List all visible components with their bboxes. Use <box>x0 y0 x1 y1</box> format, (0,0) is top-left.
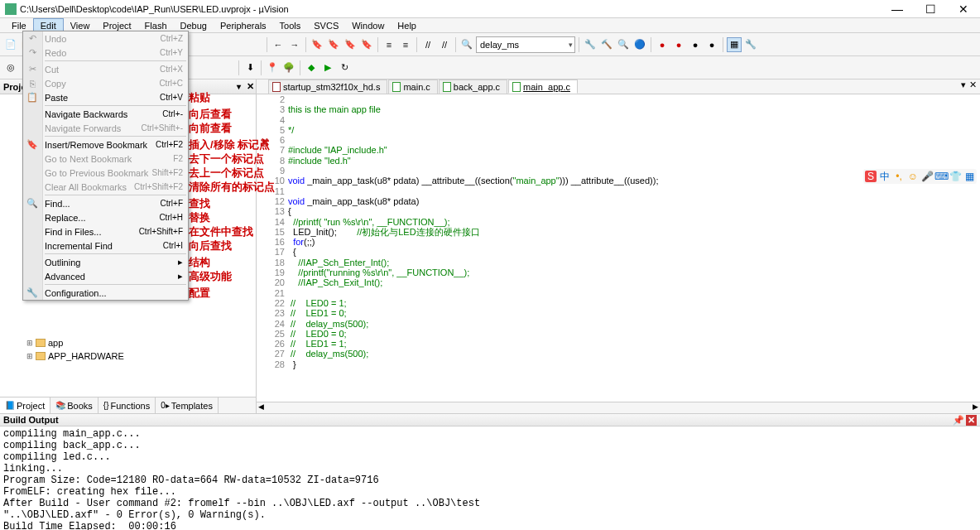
menu-svcs[interactable]: SVCS <box>307 19 345 32</box>
menu-item-replace-[interactable]: Replace...Ctrl+H <box>23 210 188 224</box>
run-icon[interactable]: ▶ <box>320 60 335 75</box>
menu-item-go-to-previous-bookmark: Go to Previous BookmarkShift+F2 <box>23 166 188 180</box>
search-icon[interactable]: 🔍 <box>616 37 631 52</box>
menu-item-outlining[interactable]: Outlining▸ <box>23 255 188 269</box>
code-content[interactable]: this is the main app file*/#include "IAP… <box>288 94 980 402</box>
project-tab-project[interactable]: 📘Project <box>0 398 50 413</box>
ime-toolbox-icon[interactable]: ▦ <box>963 171 975 182</box>
close-panel-icon[interactable]: ✕ <box>247 81 254 92</box>
sogou-icon[interactable]: S <box>865 171 877 182</box>
bookmark-prev-icon[interactable]: 🔖 <box>343 37 358 52</box>
close-build-icon[interactable]: ✕ <box>966 415 977 426</box>
indent-icon[interactable]: ≡ <box>382 37 396 52</box>
ime-lang-icon[interactable]: 中 <box>879 171 891 182</box>
comment-icon[interactable]: // <box>420 37 435 52</box>
menu-item-navigate-forwards: Navigate ForwardsCtrl+Shift+- <box>23 121 188 135</box>
editor-tabs: startup_stm32f10x_hd.smain.cback_app.cma… <box>257 80 980 94</box>
project-tabs: 📘Project📚Books{}Functions0▸Templates <box>0 397 256 413</box>
bookmark-clear-icon[interactable]: 🔖 <box>359 37 374 52</box>
new-icon[interactable]: 📄 <box>3 37 18 52</box>
ime-skin-icon[interactable]: 👕 <box>949 171 961 182</box>
editor-tab[interactable]: startup_stm32f10x_hd.s <box>268 80 387 94</box>
nav-fwd-icon[interactable]: → <box>287 37 302 52</box>
menu-peripherals[interactable]: Peripherals <box>214 19 273 32</box>
project-tab-functions[interactable]: {}Functions <box>98 398 156 413</box>
build-output[interactable]: compiling main_app.c... compiling back_a… <box>0 426 980 530</box>
menu-item-configuration-[interactable]: 🔧Configuration... <box>23 286 188 300</box>
bookmark-next-icon[interactable]: 🔖 <box>326 37 341 52</box>
horizontal-scrollbar[interactable]: ◀ ▶ <box>257 402 980 413</box>
ime-toolbar[interactable]: S 中 •, ☺ 🎤 ⌨ 👕 ▦ <box>863 169 977 184</box>
tab-dropdown-icon[interactable]: ▾ <box>961 80 966 90</box>
ime-keyboard-icon[interactable]: ⌨ <box>935 171 947 182</box>
download-icon[interactable]: ⬇ <box>243 60 257 75</box>
editor-panel: startup_stm32f10x_hd.smain.cback_app.cma… <box>257 80 980 413</box>
tree-item[interactable]: ⊞ app <box>3 336 252 349</box>
ime-emoji-icon[interactable]: ☺ <box>907 171 919 182</box>
editor-tab[interactable]: main_app.c <box>508 80 578 94</box>
tab-close-icon[interactable]: ✕ <box>969 80 977 90</box>
misc1-icon[interactable]: ● <box>688 37 703 52</box>
outdent-icon[interactable]: ≡ <box>398 37 413 52</box>
wrench-icon[interactable]: 🔧 <box>743 37 758 52</box>
menu-item-redo: ↷RedoCtrl+Y <box>23 46 188 60</box>
project-tab-books[interactable]: 📚Books <box>50 398 98 413</box>
reset-icon[interactable]: ↻ <box>337 60 352 75</box>
code-editor[interactable]: 2345678910111213141516171819202122232425… <box>257 94 980 402</box>
menu-item-incremental-find[interactable]: Incremental FindCtrl+I <box>23 238 188 253</box>
menu-item-clear-all-bookmarks: Clear All BookmarksCtrl+Shift+F2 <box>23 180 188 194</box>
menu-item-undo: ↶UndoCtrl+Z <box>23 31 188 46</box>
menu-item-paste[interactable]: 📋PasteCtrl+V <box>23 90 188 104</box>
minimize-button[interactable]: — <box>881 0 914 18</box>
title-bar: C:\Users\Dell\Desktop\code\IAP_Run\USER\… <box>0 0 980 18</box>
menu-item-insert-remove-bookmark[interactable]: 🔖Insert/Remove BookmarkCtrl+F2 <box>23 137 188 152</box>
bookmark-icon[interactable]: 🔖 <box>310 37 324 52</box>
find-combo[interactable]: delay_ms <box>476 36 575 53</box>
stop-icon[interactable]: ● <box>671 37 686 52</box>
record-icon[interactable]: ● <box>655 37 670 52</box>
menu-tools[interactable]: Tools <box>273 19 308 32</box>
nav-back-icon[interactable]: ← <box>271 37 286 52</box>
menu-item-find-[interactable]: 🔍Find...Ctrl+F <box>23 196 188 210</box>
editor-tab[interactable]: back_app.c <box>439 80 507 94</box>
menu-item-copy: ⎘CopyCtrl+C <box>23 76 188 90</box>
tools-icon[interactable]: 🔨 <box>599 37 614 52</box>
step-icon[interactable]: ◆ <box>304 60 319 75</box>
window-icon[interactable]: ▦ <box>727 37 742 52</box>
tree-icon[interactable]: 🌳 <box>281 60 296 75</box>
line-gutter: 2345678910111213141516171819202122232425… <box>257 94 288 402</box>
project-tab-templates[interactable]: 0▸Templates <box>156 398 219 413</box>
maximize-button[interactable]: ☐ <box>914 0 947 18</box>
tree-item[interactable]: ⊞ APP_HARDWARE <box>3 349 252 363</box>
pin-icon[interactable]: 📌 <box>953 415 964 426</box>
misc2-icon[interactable]: ● <box>704 37 719 52</box>
menu-item-advanced[interactable]: Advanced▸ <box>23 269 188 283</box>
ime-punct-icon[interactable]: •, <box>893 171 905 182</box>
build-output-header: Build Output 📌 ✕ <box>0 413 980 426</box>
menu-item-navigate-backwards[interactable]: Navigate BackwardsCtrl+- <box>23 107 188 121</box>
ime-mic-icon[interactable]: 🎤 <box>921 171 933 182</box>
editor-tab[interactable]: main.c <box>388 80 437 94</box>
uncomment-icon[interactable]: // <box>437 37 452 52</box>
menu-item-cut: ✂CutCtrl+X <box>23 62 188 76</box>
goto-icon[interactable]: 📍 <box>265 60 280 75</box>
dropdown-icon[interactable]: ▾ <box>237 82 241 91</box>
refresh-icon[interactable]: 🔵 <box>632 37 647 52</box>
dbg-icon[interactable]: 🔧 <box>583 37 598 52</box>
window-title: C:\Users\Dell\Desktop\code\IAP_Run\USER\… <box>20 4 881 14</box>
menu-help[interactable]: Help <box>391 19 423 32</box>
find-icon[interactable]: 🔍 <box>459 37 474 52</box>
app-icon <box>5 3 17 15</box>
edit-menu-dropdown: ↶UndoCtrl+Z↷RedoCtrl+Y✂CutCtrl+X⎘CopyCtr… <box>22 31 189 301</box>
close-button[interactable]: ✕ <box>947 0 980 18</box>
menu-item-go-to-next-bookmark: Go to Next BookmarkF2 <box>23 152 188 166</box>
menu-window[interactable]: Window <box>345 19 391 32</box>
menu-item-find-in-files-[interactable]: Find in Files...Ctrl+Shift+F <box>23 224 188 238</box>
target-icon[interactable]: ◎ <box>3 60 18 75</box>
